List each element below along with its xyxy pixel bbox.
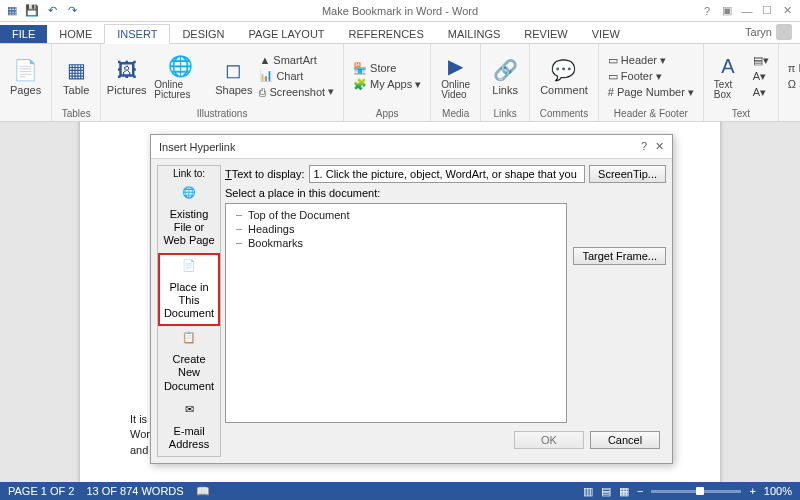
header-button[interactable]: ▭ Header ▾ <box>605 53 697 68</box>
create-new-button[interactable]: 📋Create New Document <box>158 326 220 398</box>
dropcap-button[interactable]: A▾ <box>750 85 772 100</box>
quick-parts-button[interactable]: ▤▾ <box>750 53 772 68</box>
maximize-icon[interactable]: ☐ <box>758 4 776 17</box>
linkto-sidebar: Link to: 🌐Existing File or Web Page 📄Pla… <box>157 165 221 457</box>
redo-icon[interactable]: ↷ <box>64 3 80 19</box>
text-display-label: TText to display: <box>225 168 305 180</box>
save-icon[interactable]: 💾 <box>24 3 40 19</box>
zoom-in-icon[interactable]: + <box>749 485 755 497</box>
proofing-icon[interactable]: 📖 <box>196 485 210 498</box>
existing-file-button[interactable]: 🌐Existing File or Web Page <box>158 181 220 253</box>
close-icon[interactable]: ✕ <box>778 4 796 17</box>
email-icon: ✉ <box>179 403 199 423</box>
tree-item[interactable]: Bookmarks <box>234 236 558 250</box>
tab-file[interactable]: FILE <box>0 25 47 43</box>
select-place-label: Select a place in this document: <box>225 187 666 199</box>
dialog-close-icon[interactable]: ✕ <box>655 140 664 153</box>
user-account[interactable]: Taryn <box>737 21 800 43</box>
smartart-button[interactable]: ▲ SmartArt <box>256 53 337 67</box>
tab-mailings[interactable]: MAILINGS <box>436 25 513 43</box>
page-count[interactable]: PAGE 1 OF 2 <box>8 485 74 497</box>
wordart-button[interactable]: A▾ <box>750 69 772 84</box>
table-button[interactable]: ▦Table <box>58 46 94 106</box>
view-read-icon[interactable]: ▤ <box>601 485 611 498</box>
pages-button[interactable]: 📄Pages <box>6 46 45 106</box>
text-display-input[interactable] <box>309 165 586 183</box>
word-icon: ▦ <box>4 3 20 19</box>
view-web-icon[interactable]: ▦ <box>619 485 629 498</box>
new-doc-icon: 📋 <box>179 331 199 351</box>
place-in-document-button[interactable]: 📄Place in This Document <box>158 253 220 327</box>
window-title: Make Bookmark in Word - Word <box>322 5 478 17</box>
shapes-button[interactable]: ◻Shapes <box>215 46 252 106</box>
ribbon-display-icon[interactable]: ▣ <box>718 4 736 17</box>
ribbon-tabs: FILE HOME INSERT DESIGN PAGE LAYOUT REFE… <box>0 22 800 44</box>
document-place-icon: 📄 <box>179 259 199 279</box>
tab-view[interactable]: VIEW <box>580 25 632 43</box>
online-video-button[interactable]: ▶Online Video <box>437 46 474 106</box>
quick-access-toolbar: ▦ 💾 ↶ ↷ Make Bookmark in Word - Word ? ▣… <box>0 0 800 22</box>
insert-hyperlink-dialog: Insert Hyperlink ?✕ Link to: 🌐Existing F… <box>150 134 673 464</box>
minimize-icon[interactable]: ― <box>738 5 756 17</box>
pictures-button[interactable]: 🖼Pictures <box>107 46 146 106</box>
textbox-button[interactable]: AText Box <box>710 46 746 106</box>
tree-item[interactable]: Headings <box>234 222 558 236</box>
zoom-out-icon[interactable]: − <box>637 485 643 497</box>
tab-review[interactable]: REVIEW <box>512 25 579 43</box>
equation-button[interactable]: π Equation ▾ <box>785 61 800 76</box>
comment-button[interactable]: 💬Comment <box>536 46 592 106</box>
undo-icon[interactable]: ↶ <box>44 3 60 19</box>
tab-page-layout[interactable]: PAGE LAYOUT <box>237 25 337 43</box>
screenshot-button[interactable]: ⎙ Screenshot ▾ <box>256 84 337 99</box>
zoom-value[interactable]: 100% <box>764 485 792 497</box>
view-print-icon[interactable]: ▥ <box>583 485 593 498</box>
globe-file-icon: 🌐 <box>179 186 199 206</box>
avatar-icon <box>776 24 792 40</box>
target-frame-button[interactable]: Target Frame... <box>573 247 666 265</box>
dialog-title: Insert Hyperlink <box>159 141 235 153</box>
links-button[interactable]: 🔗Links <box>487 46 523 106</box>
tab-insert[interactable]: INSERT <box>104 24 170 44</box>
page-number-button[interactable]: # Page Number ▾ <box>605 85 697 100</box>
tree-item[interactable]: Top of the Document <box>234 208 558 222</box>
dialog-help-icon[interactable]: ? <box>641 140 647 153</box>
tab-home[interactable]: HOME <box>47 25 104 43</box>
email-address-button[interactable]: ✉E-mail Address <box>158 398 220 456</box>
word-count[interactable]: 13 OF 874 WORDS <box>86 485 183 497</box>
footer-button[interactable]: ▭ Footer ▾ <box>605 69 697 84</box>
symbol-button[interactable]: Ω Symbol ▾ <box>785 77 800 92</box>
cancel-button[interactable]: Cancel <box>590 431 660 449</box>
tab-references[interactable]: REFERENCES <box>337 25 436 43</box>
chart-button[interactable]: 📊 Chart <box>256 68 337 83</box>
ok-button[interactable]: OK <box>514 431 584 449</box>
document-tree[interactable]: Top of the Document Headings Bookmarks <box>225 203 567 423</box>
help-icon[interactable]: ? <box>698 5 716 17</box>
tab-design[interactable]: DESIGN <box>170 25 236 43</box>
myapps-button[interactable]: 🧩 My Apps ▾ <box>350 77 424 92</box>
ribbon: 📄Pages ▦TableTables 🖼Pictures 🌐Online Pi… <box>0 44 800 122</box>
online-pictures-button[interactable]: 🌐Online Pictures <box>150 46 211 106</box>
screentip-button[interactable]: ScreenTip... <box>589 165 666 183</box>
status-bar: PAGE 1 OF 2 13 OF 874 WORDS 📖 ▥ ▤ ▦ − + … <box>0 482 800 500</box>
store-button[interactable]: 🏪 Store <box>350 61 424 76</box>
zoom-slider[interactable] <box>651 490 741 493</box>
